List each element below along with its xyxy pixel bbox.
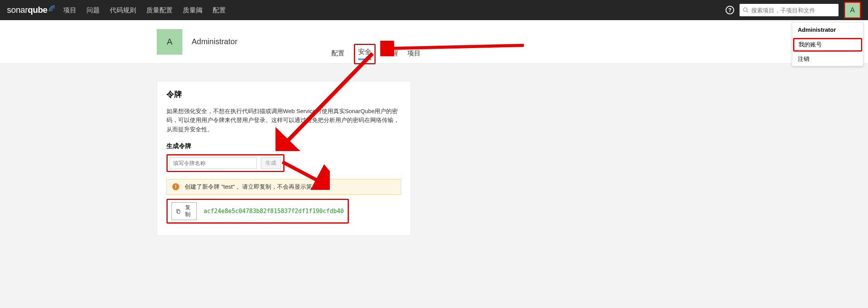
tab-security-highlight: 安全 bbox=[354, 44, 376, 64]
svg-line-1 bbox=[747, 11, 748, 12]
alert-message: 创建了新令牌 "test" 。请立即复制，不会再显示第二次！ bbox=[185, 183, 329, 191]
sub-header: A Administrator 配置 安全 提醒 项目 bbox=[0, 20, 868, 64]
search-box[interactable] bbox=[740, 4, 839, 16]
clipboard-icon bbox=[176, 208, 180, 214]
user-avatar-large: A bbox=[157, 29, 182, 55]
nav-items: 项目 问题 代码规则 质量配置 质量阈 配置 bbox=[63, 6, 226, 15]
copy-label: 复制 bbox=[183, 204, 192, 218]
logo-qube: qube bbox=[28, 5, 48, 15]
tab-config[interactable]: 配置 bbox=[331, 49, 345, 63]
copy-button[interactable]: 复制 bbox=[172, 202, 197, 220]
nav-right: ? A bbox=[726, 2, 861, 19]
user-display-name: Administrator bbox=[192, 37, 237, 46]
panel-description: 如果想强化安全，不想在执行代码扫描或调用Web Service时使用真实Sona… bbox=[166, 107, 401, 134]
token-name-input[interactable] bbox=[170, 157, 257, 169]
generate-title: 生成令牌 bbox=[166, 142, 401, 150]
search-icon bbox=[743, 7, 749, 13]
warning-icon: ! bbox=[172, 183, 179, 190]
tab-notify[interactable]: 提醒 bbox=[385, 49, 398, 63]
nav-quality-gates[interactable]: 质量阈 bbox=[183, 6, 203, 15]
tab-security[interactable]: 安全 bbox=[358, 47, 371, 60]
user-avatar-button[interactable]: A bbox=[844, 2, 861, 19]
account-tabs: 配置 安全 提醒 项目 bbox=[331, 44, 421, 63]
nav-quality-profiles[interactable]: 质量配置 bbox=[146, 6, 173, 15]
logo-arc-icon bbox=[49, 5, 55, 12]
user-dropdown: Administrator 我的账号 注销 bbox=[792, 22, 863, 66]
dropdown-username: Administrator bbox=[792, 22, 863, 37]
dropdown-logout[interactable]: 注销 bbox=[792, 52, 863, 66]
nav-projects[interactable]: 项目 bbox=[63, 6, 76, 15]
tab-projects[interactable]: 项目 bbox=[407, 49, 421, 63]
top-nav: sonarqube 项目 问题 代码规则 质量配置 质量阈 配置 ? A bbox=[0, 0, 868, 20]
nav-admin[interactable]: 配置 bbox=[213, 6, 226, 15]
search-input[interactable] bbox=[751, 7, 835, 14]
logo-sonar: sonar bbox=[7, 5, 28, 15]
token-panel: 令牌 如果想强化安全，不想在执行代码扫描或调用Web Service时使用真实S… bbox=[157, 81, 411, 236]
generate-row: 生成 bbox=[166, 154, 284, 172]
help-icon[interactable]: ? bbox=[726, 6, 734, 14]
panel-title: 令牌 bbox=[166, 89, 401, 100]
svg-rect-3 bbox=[178, 210, 180, 213]
nav-issues[interactable]: 问题 bbox=[87, 6, 100, 15]
svg-point-0 bbox=[743, 8, 747, 11]
generate-button[interactable]: 生成 bbox=[261, 157, 281, 169]
nav-rules[interactable]: 代码规则 bbox=[110, 6, 136, 15]
dropdown-my-account[interactable]: 我的账号 bbox=[793, 38, 862, 52]
token-value: acf24e8e5c04783b82f815837f2df1f190cfdb40 bbox=[204, 208, 344, 215]
alert-box: ! 创建了新令牌 "test" 。请立即复制，不会再显示第二次！ bbox=[166, 179, 401, 195]
token-row: 复制 acf24e8e5c04783b82f815837f2df1f190cfd… bbox=[166, 199, 349, 224]
logo[interactable]: sonarqube bbox=[7, 5, 55, 15]
